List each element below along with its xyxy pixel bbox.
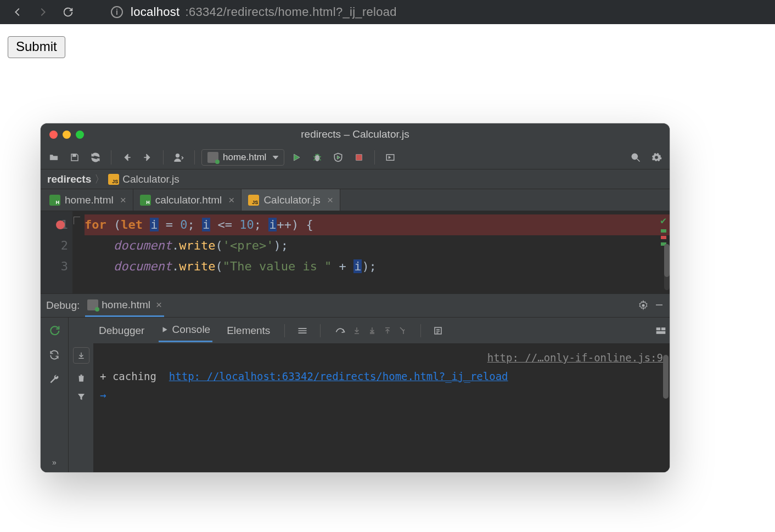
stop-button[interactable] [350,149,368,166]
line-gutter[interactable]: 1 2 3 [41,211,72,293]
separator [284,324,285,337]
wrench-button[interactable] [47,371,62,387]
ok-check-icon[interactable]: ✔ [660,214,666,226]
run-config-selector[interactable]: home.html [201,149,284,166]
debug-tabs: Debugger Console Elements [93,318,670,344]
debug-console[interactable]: http: //…only-if-online.js:9 + caching h… [93,344,670,472]
ide-title: redirects – Calculator.js [41,128,670,140]
console-line: + caching http: //localhost:63342/redire… [100,367,663,386]
debug-session-label: home.html [102,299,150,311]
address-bar[interactable]: i localhost:63342/redirects/home.html?_i… [111,5,397,19]
code-with-me-button[interactable] [170,149,188,166]
svg-rect-7 [656,304,662,305]
more-actions-button[interactable]: » [52,458,57,467]
open-button[interactable] [45,149,63,166]
html-file-icon [87,299,98,310]
nav-reload-button[interactable] [60,4,76,20]
toolbar-separator [194,150,195,165]
editor-tab-home[interactable]: H home.html × [43,189,133,211]
clear-console-button[interactable] [76,372,86,383]
ide-window: redirects – Calculator.js home.html [41,123,670,472]
editor-tab-label: calculator.html [155,194,222,206]
run-to-cursor-button [398,326,408,336]
code-line[interactable]: for (let i = 0; i <= 10; i++) { [85,214,670,235]
scrollbar-thumb[interactable] [664,244,670,277]
reload-button[interactable] [47,347,62,363]
filter-button[interactable] [76,392,86,402]
tab-debugger[interactable]: Debugger [97,320,147,342]
editor-tab-label: home.html [65,194,114,206]
show-exec-point-button[interactable] [297,326,308,335]
console-source-link[interactable]: http: //…only-if-online.js:9 [100,348,663,367]
browser-chrome: i localhost:63342/redirects/home.html?_i… [0,0,775,24]
separator [320,324,321,337]
submit-button[interactable]: Submit [8,36,65,58]
debug-main: Debugger Console Elements [93,318,670,472]
svg-point-6 [642,304,645,307]
debug-settings-button[interactable] [638,300,649,311]
breadcrumb-root[interactable]: redirects [47,173,91,185]
code-line[interactable]: document.write("The value is " + i); [85,256,670,277]
close-session-icon[interactable]: × [156,299,162,311]
inspection-marker[interactable] [661,229,666,233]
rerun-button[interactable] [47,323,62,338]
breadcrumb-file[interactable]: Calculator.js [122,173,179,185]
code-line[interactable]: document.write('<pre>'); [85,235,670,256]
scroll-to-end-button[interactable] [73,347,89,364]
settings-button[interactable] [648,149,665,166]
console-prompt-line[interactable]: → [100,386,663,404]
js-file-icon: JS [108,174,119,185]
code-editor[interactable]: 1 2 3 for (let i = 0; i <= 10; i++) { do… [41,211,670,293]
editor-scrollbar[interactable] [664,244,670,290]
code-area[interactable]: for (let i = 0; i <= 10; i++) { document… [82,211,670,293]
editor-tab-calculator-html[interactable]: H calculator.html × [133,189,242,211]
fold-column[interactable] [72,211,82,293]
caret-down-icon [273,156,278,159]
svg-rect-3 [356,154,362,160]
line-number[interactable]: 3 [41,256,68,277]
step-into-button [352,326,361,336]
editor-tab-calculator-js[interactable]: JS Calculator.js × [242,189,340,211]
zoom-window-button[interactable] [76,131,84,139]
close-tab-icon[interactable]: × [228,194,234,206]
nav-back-button[interactable] [10,4,25,20]
step-controls [335,326,408,336]
html-file-icon [207,152,218,163]
sync-button[interactable] [87,149,104,166]
ide-titlebar[interactable]: redirects – Calculator.js [41,123,670,145]
console-scrollbar[interactable] [663,347,669,469]
debug-session-tab[interactable]: home.html × [85,295,164,317]
svg-rect-9 [656,327,661,330]
close-tab-icon[interactable]: × [120,194,126,206]
step-out-button [383,326,392,336]
scrollbar-thumb[interactable] [663,355,669,399]
line-number[interactable]: 1 [41,214,68,235]
run-anything-button[interactable] [381,149,399,166]
editor-tabs: H home.html × H calculator.html × JS Cal… [41,189,670,211]
close-tab-icon[interactable]: × [327,194,333,206]
run-button[interactable] [288,149,305,166]
coverage-button[interactable] [329,149,347,166]
fold-marker-icon[interactable] [74,217,80,224]
layout-settings-button[interactable] [655,326,666,335]
inspection-marker[interactable] [661,236,666,239]
close-window-button[interactable] [49,131,58,139]
minimize-window-button[interactable] [63,131,71,139]
line-number[interactable]: 2 [41,235,68,256]
step-over-button[interactable] [335,326,346,336]
window-controls [49,131,84,139]
evaluate-expression-button[interactable] [433,326,443,336]
tab-console[interactable]: Console [159,319,212,342]
svg-point-1 [176,154,179,157]
source-link[interactable]: http: //…only-if-online.js:9 [487,352,663,364]
search-button[interactable] [627,149,644,166]
nav-back-ide-button[interactable] [118,149,136,166]
tab-elements[interactable]: Elements [224,320,272,342]
html-file-icon: H [49,195,60,206]
console-link[interactable]: http: //localhost:63342/redirects/home.h… [169,370,508,382]
minimize-panel-button[interactable] [654,300,664,311]
url-path: :63342/redirects/home.html?_ij_reload [186,5,397,19]
save-button[interactable] [66,149,83,166]
info-icon[interactable]: i [111,6,123,18]
debug-button[interactable] [308,149,326,166]
